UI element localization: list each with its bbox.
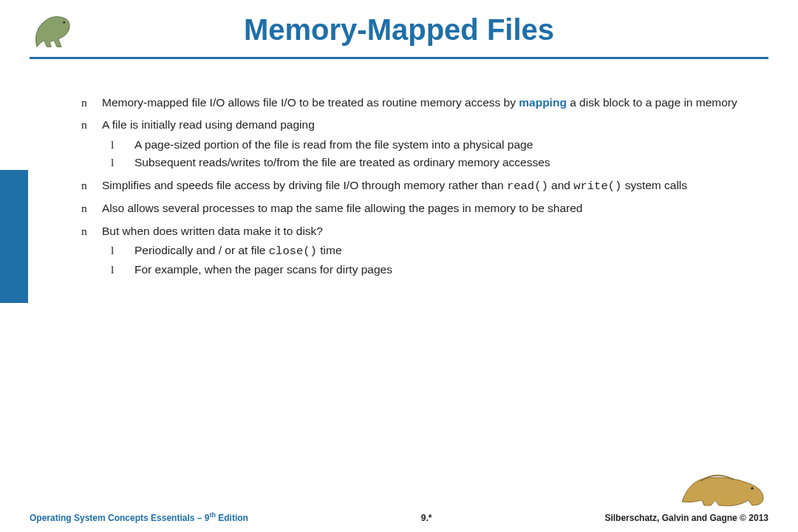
- bullet-marker: n: [81, 200, 102, 216]
- bullet-l2: l Periodically and / or at file close() …: [111, 242, 768, 259]
- bullet-text: Subsequent reads/writes to/from the file…: [134, 154, 768, 171]
- code-span: write(): [573, 180, 621, 193]
- slide: Memory-Mapped Files n Memory-mapped file…: [0, 0, 798, 532]
- bullet-marker: n: [81, 117, 102, 133]
- text-span: a disk block to a page in memory: [567, 96, 737, 109]
- text-span: Edition: [216, 513, 248, 523]
- bullet-text: Simplifies and speeds file access by dri…: [102, 177, 768, 194]
- bullet-marker: l: [111, 262, 134, 278]
- bullet-l1: n Simplifies and speeds file access by d…: [81, 177, 768, 194]
- code-span: close(): [269, 245, 317, 258]
- bullet-marker: l: [111, 154, 134, 171]
- bullet-text: A page-sized portion of the file is read…: [134, 137, 768, 153]
- title-rule: [30, 57, 768, 59]
- bullet-l1: n Memory-mapped file I/O allows file I/O…: [81, 95, 768, 111]
- text-span: Operating System Concepts Essentials – 9: [30, 513, 209, 523]
- bullet-text: A file is initially read using demand pa…: [102, 117, 768, 133]
- keyword: mapping: [519, 96, 567, 109]
- bullet-text: Also allows several processes to map the…: [102, 200, 768, 216]
- slide-body: n Memory-mapped file I/O allows file I/O…: [81, 89, 768, 279]
- slide-title: Memory-Mapped Files: [30, 13, 768, 54]
- slide-footer: Operating System Concepts Essentials – 9…: [30, 511, 768, 523]
- bullet-marker: n: [81, 95, 102, 111]
- side-accent-bar: [0, 170, 28, 303]
- bullet-text: For example, when the pager scans for di…: [134, 262, 768, 278]
- text-span: Periodically and / or at file: [134, 244, 269, 256]
- bullet-l2: l A page-sized portion of the file is re…: [111, 137, 768, 153]
- bullet-text: But when does written data make it to di…: [102, 223, 768, 239]
- footer-left: Operating System Concepts Essentials – 9…: [30, 511, 248, 523]
- text-span: Simplifies and speeds file access by dri…: [102, 179, 507, 191]
- bullet-l1: n Also allows several processes to map t…: [81, 200, 768, 216]
- text-span: time: [317, 244, 342, 256]
- bullet-text: Memory-mapped file I/O allows file I/O t…: [102, 95, 768, 111]
- text-span: Memory-mapped file I/O allows file I/O t…: [102, 96, 519, 109]
- bullet-marker: n: [81, 223, 102, 239]
- code-span: read(): [507, 180, 548, 193]
- bullet-marker: l: [111, 137, 134, 153]
- bullet-l2: l Subsequent reads/writes to/from the fi…: [111, 154, 768, 171]
- dinosaur-icon: [678, 464, 767, 510]
- text-span: and: [548, 179, 573, 191]
- bullet-l2: l For example, when the pager scans for …: [111, 262, 768, 278]
- footer-page-number: 9.*: [421, 513, 432, 523]
- bullet-l1: n But when does written data make it to …: [81, 223, 768, 239]
- superscript: th: [209, 511, 216, 519]
- bullet-text: Periodically and / or at file close() ti…: [134, 242, 768, 259]
- slide-header: Memory-Mapped Files: [30, 13, 768, 59]
- svg-point-1: [751, 487, 754, 490]
- bullet-marker: n: [81, 177, 102, 194]
- footer-copyright: Silberschatz, Galvin and Gagne © 2013: [604, 513, 768, 523]
- text-span: system calls: [621, 179, 687, 191]
- bullet-marker: l: [111, 242, 134, 259]
- bullet-l1: n A file is initially read using demand …: [81, 117, 768, 133]
